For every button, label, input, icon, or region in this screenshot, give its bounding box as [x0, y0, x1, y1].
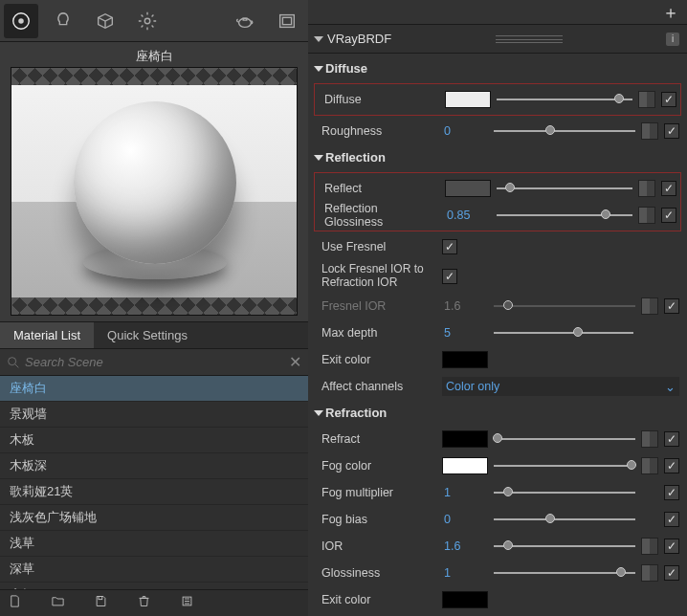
lights-tab-icon[interactable]: [46, 4, 80, 38]
section-diffuse[interactable]: Diffuse: [314, 55, 681, 81]
reflect-color-swatch[interactable]: [445, 180, 491, 197]
affect-channels-dropdown[interactable]: Color only⌄: [442, 377, 679, 396]
brdf-header[interactable]: VRayBRDF i: [308, 25, 687, 54]
diffuse-group-highlight: Diffuse: [314, 83, 681, 116]
roughness-value[interactable]: 0: [442, 122, 488, 140]
tab-quick-settings[interactable]: Quick Settings: [94, 322, 201, 348]
fog-mult-value[interactable]: 1: [442, 484, 488, 501]
top-toolbar: [0, 0, 308, 42]
refl-gloss-map-button[interactable]: [638, 207, 655, 224]
section-refraction[interactable]: Refraction: [314, 400, 681, 426]
right-panel: ＋ VRayBRDF i Diffuse Diffuse Roughness 0…: [308, 0, 687, 616]
fog-color-map-button[interactable]: [641, 457, 658, 474]
list-tabs: Material List Quick Settings: [0, 321, 308, 349]
refract-map-button[interactable]: [641, 430, 658, 448]
fog-mult-check[interactable]: [664, 485, 679, 500]
list-item[interactable]: 歌莉娅21英: [0, 479, 308, 505]
lock-fresnel-check[interactable]: [442, 269, 457, 284]
clear-search-icon[interactable]: ✕: [287, 353, 302, 371]
row-affect-channels: Affect channels Color only⌄: [314, 373, 681, 400]
refract-slider[interactable]: [494, 430, 635, 448]
teapot-icon[interactable]: [228, 4, 262, 38]
row-ior: IOR 1.6: [314, 533, 681, 560]
fog-bias-value[interactable]: 0: [442, 511, 488, 528]
diffuse-map-button[interactable]: [638, 91, 655, 108]
diffuse-check[interactable]: [661, 92, 676, 107]
list-item[interactable]: 座椅白: [0, 376, 308, 402]
fog-bias-slider[interactable]: [494, 511, 635, 528]
open-folder-icon[interactable]: [51, 594, 65, 612]
purge-icon[interactable]: [180, 594, 194, 612]
list-item[interactable]: 木板: [0, 428, 308, 453]
fog-bias-check[interactable]: [664, 512, 679, 527]
fog-color-swatch[interactable]: [442, 457, 488, 474]
add-layer-icon[interactable]: ＋: [662, 1, 679, 24]
svg-rect-5: [282, 17, 291, 24]
label-diffuse: Diffuse: [319, 93, 439, 106]
ior-slider[interactable]: [494, 538, 635, 555]
bottom-toolbar: [0, 589, 308, 616]
list-item[interactable]: 深草: [0, 557, 308, 583]
row-fog-bias: Fog bias 0: [314, 506, 681, 533]
glossiness-check[interactable]: [664, 565, 679, 581]
ior-map-button[interactable]: [641, 538, 658, 555]
label-affect: Affect channels: [316, 380, 436, 393]
list-item[interactable]: 景观墙: [0, 402, 308, 428]
max-depth-slider[interactable]: [494, 324, 633, 341]
fog-color-slider[interactable]: [494, 457, 635, 474]
drag-handle-icon[interactable]: [391, 35, 666, 43]
roughness-map-button[interactable]: [641, 122, 658, 140]
new-file-icon[interactable]: [8, 594, 22, 612]
refract-color-swatch[interactable]: [442, 430, 488, 448]
material-list[interactable]: 座椅白 景观墙 木板 木板深 歌莉娅21英 浅灰色广场铺地 浅草 深草 窗框 马…: [0, 376, 308, 589]
ior-value[interactable]: 1.6: [442, 538, 488, 555]
info-icon[interactable]: i: [666, 33, 679, 46]
refl-gloss-value[interactable]: 0.85: [445, 207, 491, 224]
fresnel-ior-value[interactable]: 1.6: [442, 297, 488, 315]
preview-area: 座椅白: [0, 42, 308, 321]
materials-tab-icon[interactable]: [4, 4, 38, 38]
fresnel-ior-slider[interactable]: [494, 297, 635, 315]
refract-check[interactable]: [664, 431, 679, 447]
refl-gloss-slider[interactable]: [497, 207, 632, 224]
roughness-slider[interactable]: [494, 122, 635, 140]
settings-tab-icon[interactable]: [130, 4, 165, 38]
delete-icon[interactable]: [137, 594, 151, 612]
label-exit-color-2: Exit color: [316, 593, 436, 606]
section-reflection[interactable]: Reflection: [314, 144, 681, 170]
list-item[interactable]: 窗框: [0, 583, 308, 589]
geometry-tab-icon[interactable]: [88, 4, 122, 38]
save-icon[interactable]: [94, 594, 108, 612]
ior-check[interactable]: [664, 539, 679, 554]
tab-material-list[interactable]: Material List: [0, 322, 94, 348]
max-depth-value[interactable]: 5: [442, 324, 488, 341]
reflect-map-button[interactable]: [638, 180, 655, 197]
exit-color-2-swatch[interactable]: [442, 591, 488, 608]
list-item[interactable]: 浅灰色广场铺地: [0, 505, 308, 531]
material-preview[interactable]: [11, 67, 298, 316]
properties-scroll[interactable]: Diffuse Diffuse Roughness 0 Reflection R…: [308, 54, 687, 616]
search-input[interactable]: [25, 355, 287, 369]
label-fresnel-ior: Fresnel IOR: [316, 299, 436, 313]
label-fog-bias: Fog bias: [316, 513, 436, 526]
glossiness-value[interactable]: 1: [442, 564, 488, 582]
diffuse-color-swatch[interactable]: [445, 91, 491, 108]
diffuse-slider[interactable]: [497, 91, 632, 108]
glossiness-slider[interactable]: [494, 564, 635, 582]
fresnel-ior-check[interactable]: [664, 298, 679, 314]
row-fog-color: Fog color: [314, 452, 681, 479]
list-item[interactable]: 木板深: [0, 453, 308, 479]
fog-mult-slider[interactable]: [494, 484, 635, 501]
list-item[interactable]: 浅草: [0, 531, 308, 557]
fresnel-ior-map-button[interactable]: [641, 297, 658, 315]
fog-color-check[interactable]: [664, 458, 679, 473]
label-ior: IOR: [316, 539, 436, 553]
render-icon[interactable]: [270, 4, 304, 38]
refl-gloss-check[interactable]: [661, 208, 676, 223]
reflect-check[interactable]: [661, 181, 676, 196]
roughness-check[interactable]: [664, 123, 679, 139]
glossiness-map-button[interactable]: [641, 564, 658, 582]
use-fresnel-check[interactable]: [442, 239, 457, 254]
reflect-slider[interactable]: [497, 180, 632, 197]
exit-color-swatch[interactable]: [442, 351, 488, 368]
